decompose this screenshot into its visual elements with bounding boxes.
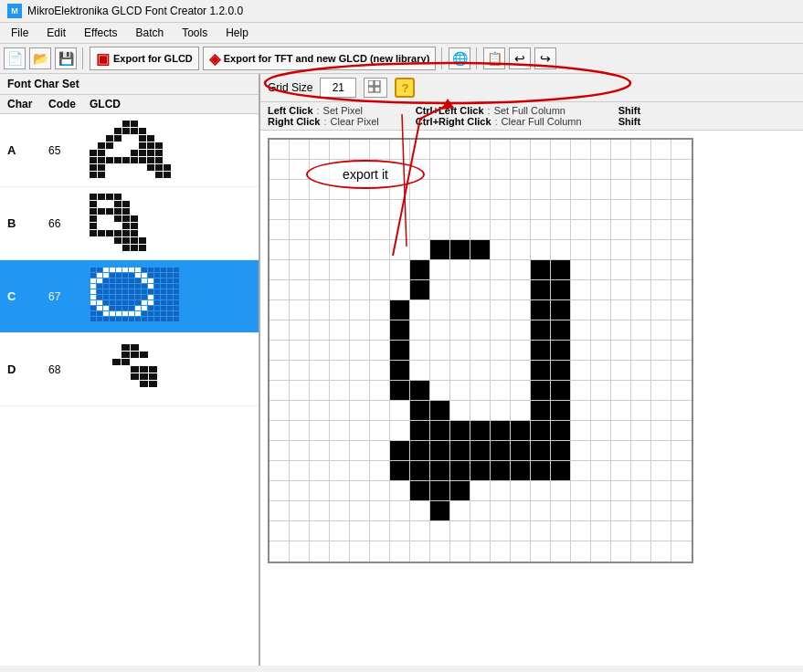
pixel-cell[interactable] <box>450 521 470 541</box>
pixel-cell[interactable] <box>470 401 491 421</box>
pixel-cell[interactable] <box>531 381 551 401</box>
pixel-cell[interactable] <box>651 461 671 481</box>
pixel-cell[interactable] <box>410 280 430 300</box>
pixel-cell[interactable] <box>470 320 491 341</box>
pixel-cell[interactable] <box>430 501 450 521</box>
pixel-cell[interactable] <box>390 501 410 521</box>
pixel-cell[interactable] <box>450 300 470 320</box>
pixel-cell[interactable] <box>269 441 290 461</box>
pixel-cell[interactable] <box>410 260 430 280</box>
menu-item-edit[interactable]: Edit <box>39 25 73 41</box>
copy-button[interactable]: 📋 <box>483 47 505 69</box>
pixel-cell[interactable] <box>350 361 370 381</box>
pixel-cell[interactable] <box>511 280 531 300</box>
pixel-cell[interactable] <box>611 300 631 320</box>
pixel-cell[interactable] <box>430 461 450 481</box>
pixel-cell[interactable] <box>491 401 511 421</box>
pixel-cell[interactable] <box>591 200 611 220</box>
pixel-cell[interactable] <box>470 240 491 260</box>
pixel-cell[interactable] <box>269 320 290 341</box>
save-button[interactable]: 💾 <box>55 47 77 69</box>
pixel-cell[interactable] <box>269 300 290 320</box>
pixel-cell[interactable] <box>310 240 330 260</box>
pixel-cell[interactable] <box>511 180 531 200</box>
pixel-cell[interactable] <box>330 381 350 401</box>
pixel-cell[interactable] <box>611 421 631 441</box>
pixel-cell[interactable] <box>290 361 310 381</box>
pixel-cell[interactable] <box>410 521 430 541</box>
pixel-cell[interactable] <box>651 140 671 160</box>
pixel-cell[interactable] <box>350 180 370 200</box>
pixel-cell[interactable] <box>370 280 390 300</box>
pixel-cell[interactable] <box>450 481 470 501</box>
grid-editor[interactable]: export it <box>260 131 803 666</box>
pixel-cell[interactable] <box>390 260 410 280</box>
pixel-cell[interactable] <box>571 341 591 361</box>
pixel-cell[interactable] <box>450 381 470 401</box>
pixel-cell[interactable] <box>310 501 330 521</box>
pixel-cell[interactable] <box>531 401 551 421</box>
pixel-cell[interactable] <box>551 421 571 441</box>
pixel-cell[interactable] <box>269 160 290 180</box>
pixel-cell[interactable] <box>551 200 571 220</box>
pixel-cell[interactable] <box>511 481 531 501</box>
pixel-cell[interactable] <box>290 300 310 320</box>
pixel-cell[interactable] <box>350 140 370 160</box>
pixel-cell[interactable] <box>470 200 491 220</box>
pixel-cell[interactable] <box>430 180 450 200</box>
pixel-cell[interactable] <box>350 200 370 220</box>
pixel-cell[interactable] <box>350 240 370 260</box>
pixel-cell[interactable] <box>370 481 390 501</box>
pixel-cell[interactable] <box>450 180 470 200</box>
pixel-cell[interactable] <box>370 381 390 401</box>
pixel-cell[interactable] <box>631 341 651 361</box>
pixel-cell[interactable] <box>330 280 350 300</box>
pixel-cell[interactable] <box>290 421 310 441</box>
pixel-cell[interactable] <box>571 200 591 220</box>
pixel-cell[interactable] <box>390 481 410 501</box>
pixel-cell[interactable] <box>591 341 611 361</box>
pixel-cell[interactable] <box>470 300 491 320</box>
pixel-cell[interactable] <box>631 401 651 421</box>
pixel-cell[interactable] <box>631 521 651 541</box>
pixel-cell[interactable] <box>330 421 350 441</box>
pixel-cell[interactable] <box>450 320 470 341</box>
pixel-cell[interactable] <box>330 320 350 341</box>
pixel-cell[interactable] <box>390 140 410 160</box>
pixel-cell[interactable] <box>450 140 470 160</box>
pixel-cell[interactable] <box>671 421 692 441</box>
pixel-cell[interactable] <box>611 180 631 200</box>
pixel-cell[interactable] <box>631 361 651 381</box>
pixel-cell[interactable] <box>671 180 692 200</box>
pixel-cell[interactable] <box>591 260 611 280</box>
pixel-cell[interactable] <box>631 260 651 280</box>
pixel-cell[interactable] <box>370 341 390 361</box>
pixel-cell[interactable] <box>531 461 551 481</box>
pixel-cell[interactable] <box>290 220 310 240</box>
pixel-cell[interactable] <box>611 160 631 180</box>
pixel-cell[interactable] <box>370 541 390 562</box>
pixel-cell[interactable] <box>551 220 571 240</box>
pixel-cell[interactable] <box>350 401 370 421</box>
pixel-cell[interactable] <box>310 200 330 220</box>
pixel-cell[interactable] <box>671 461 692 481</box>
pixel-cell[interactable] <box>591 481 611 501</box>
pixel-cell[interactable] <box>651 541 671 562</box>
pixel-cell[interactable] <box>370 200 390 220</box>
pixel-cell[interactable] <box>370 180 390 200</box>
pixel-cell[interactable] <box>551 401 571 421</box>
pixel-cell[interactable] <box>491 421 511 441</box>
pixel-cell[interactable] <box>551 461 571 481</box>
pixel-cell[interactable] <box>591 421 611 441</box>
pixel-cell[interactable] <box>571 240 591 260</box>
pixel-cell[interactable] <box>591 461 611 481</box>
pixel-cell[interactable] <box>631 280 651 300</box>
pixel-cell[interactable] <box>430 200 450 220</box>
pixel-cell[interactable] <box>390 421 410 441</box>
pixel-cell[interactable] <box>491 240 511 260</box>
pixel-cell[interactable] <box>631 300 651 320</box>
pixel-cell[interactable] <box>430 521 450 541</box>
pixel-cell[interactable] <box>290 521 310 541</box>
pixel-cell[interactable] <box>591 220 611 240</box>
pixel-cell[interactable] <box>450 501 470 521</box>
